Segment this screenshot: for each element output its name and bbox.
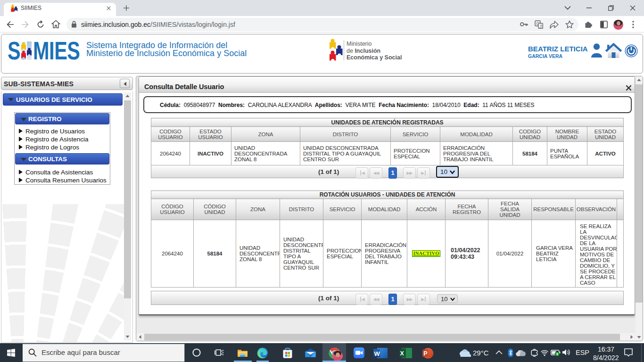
svg-text:P: P [424,350,428,357]
svg-text:文: 文 [539,24,543,28]
svg-text:W: W [374,350,380,357]
svg-text:X: X [400,350,405,357]
